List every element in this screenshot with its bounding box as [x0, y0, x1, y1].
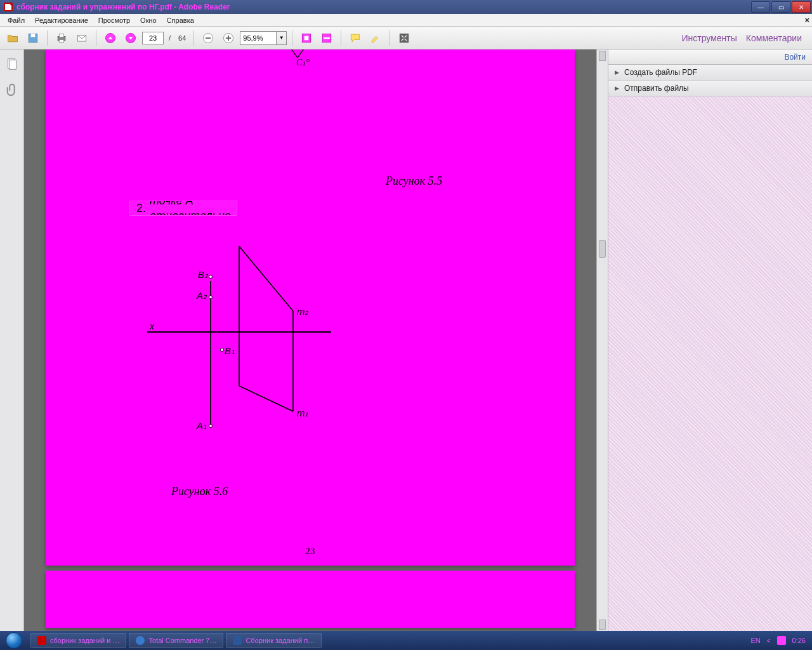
- figure-5-6-caption: Рисунок 5.6: [171, 485, 228, 498]
- fit-page-icon[interactable]: [298, 29, 315, 47]
- tray-chevron-icon[interactable]: <: [767, 637, 771, 644]
- comment-icon[interactable]: [346, 29, 364, 47]
- tray-lang[interactable]: EN: [750, 637, 760, 644]
- svg-text:x: x: [149, 321, 155, 331]
- svg-text:m₂: m₂: [297, 306, 309, 317]
- right-pane: Войти ▶ Создать файлы PDF ▶ Отправить фа…: [608, 50, 812, 631]
- window-title: сборник заданий и упражнений по НГ.pdf -…: [16, 3, 230, 11]
- windows-orb-icon: [6, 632, 22, 649]
- comments-link[interactable]: Комментарии: [746, 33, 802, 43]
- svg-rect-3: [60, 34, 64, 37]
- document-area[interactable]: C₁° Рисунок 5.5 2. Построить точку K, си…: [24, 50, 596, 631]
- totalcmd-icon: [136, 636, 145, 645]
- svg-text:m₁: m₁: [297, 408, 309, 418]
- toolbar: / 64 ▼ Инструменты Комментарии: [0, 27, 812, 50]
- email-icon[interactable]: [73, 29, 91, 47]
- svg-point-25: [209, 275, 213, 279]
- svg-rect-9: [206, 37, 211, 39]
- app-icon: [4, 3, 13, 11]
- save-icon[interactable]: [24, 29, 42, 47]
- zoom-in-icon[interactable]: [219, 29, 237, 47]
- attachments-icon[interactable]: [5, 83, 19, 96]
- menu-edit[interactable]: Редактирование: [30, 15, 93, 25]
- taskbar-item-pdf[interactable]: сборник заданий и …: [30, 633, 126, 648]
- svg-point-26: [209, 296, 213, 299]
- svg-line-24: [239, 386, 293, 411]
- task-text: 2. Построить точку K, симметричную точке…: [129, 201, 237, 216]
- pages-panel-icon[interactable]: [5, 57, 19, 71]
- taskbar-item-tc[interactable]: Total Commander 7…: [129, 633, 223, 648]
- svg-rect-16: [400, 34, 409, 42]
- svg-text:A₁: A₁: [196, 420, 207, 431]
- login-link[interactable]: Войти: [784, 53, 806, 62]
- page-down-icon[interactable]: [122, 29, 140, 47]
- taskbar-item-label: сборник заданий и …: [50, 637, 119, 644]
- pdf-next-page-top: [46, 571, 575, 628]
- svg-text:B₁: B₁: [225, 345, 235, 356]
- taskbar: сборник заданий и … Total Commander 7… С…: [0, 631, 812, 650]
- acc-create-pdf-label: Создать файлы PDF: [624, 68, 697, 77]
- svg-text:A₂: A₂: [196, 290, 207, 301]
- tray-clock[interactable]: 0:26: [792, 637, 806, 644]
- vertical-scrollbar[interactable]: [596, 50, 608, 631]
- acc-send-files-label: Отправить файлы: [624, 84, 689, 93]
- titlebar: сборник заданий и упражнений по НГ.pdf -…: [0, 0, 812, 14]
- pdf-page: C₁° Рисунок 5.5 2. Построить точку K, си…: [46, 50, 575, 566]
- maximize-button[interactable]: ▭: [771, 1, 790, 13]
- figure-5-5-caption: Рисунок 5.5: [386, 175, 442, 188]
- fit-width-icon[interactable]: [318, 29, 336, 47]
- svg-rect-4: [60, 39, 64, 42]
- highlight-icon[interactable]: [367, 29, 384, 47]
- menu-view[interactable]: Просмотр: [93, 15, 135, 25]
- task-num: 2.: [136, 201, 146, 216]
- page-total: 64: [178, 34, 186, 42]
- taskbar-item-word[interactable]: Сборник заданий п…: [226, 633, 322, 648]
- system-tray: EN < 0:26: [744, 636, 812, 645]
- svg-rect-1: [31, 34, 36, 37]
- right-pane-header: Войти: [608, 50, 812, 65]
- page-up-icon[interactable]: [102, 29, 119, 47]
- acc-send-files[interactable]: ▶ Отправить файлы: [608, 81, 812, 96]
- menu-file[interactable]: Файл: [3, 15, 30, 25]
- label-c1: C₁°: [296, 57, 310, 68]
- word-icon: [233, 636, 242, 645]
- taskbar-item-label: Сборник заданий п…: [246, 637, 315, 644]
- menu-window[interactable]: Окно: [135, 15, 162, 25]
- acc-create-pdf[interactable]: ▶ Создать файлы PDF: [608, 65, 812, 81]
- tools-link[interactable]: Инструменты: [682, 33, 737, 43]
- scroll-thumb[interactable]: [599, 240, 606, 258]
- chevron-down-icon[interactable]: ▼: [276, 32, 286, 44]
- figure-sketch: B₂ A₂ B₁ A₁ m₂ m₁ x: [141, 234, 344, 488]
- open-icon[interactable]: [4, 29, 22, 47]
- svg-rect-14: [304, 36, 309, 40]
- page-sep: /: [169, 34, 171, 42]
- triangle-right-icon: ▶: [615, 85, 619, 91]
- menubar: Файл Редактирование Просмотр Окно Справк…: [0, 14, 812, 27]
- svg-point-27: [221, 348, 224, 352]
- menu-close-doc[interactable]: ×: [804, 15, 809, 25]
- window-controls: — ▭ ✕: [751, 1, 811, 13]
- fullscreen-icon[interactable]: [395, 29, 413, 47]
- svg-point-28: [209, 425, 213, 428]
- pdf-icon: [37, 636, 46, 645]
- taskbar-item-label: Total Commander 7…: [148, 637, 216, 644]
- page-footer-number: 23: [306, 546, 315, 557]
- svg-rect-12: [228, 35, 229, 40]
- tray-app-icon[interactable]: [777, 636, 786, 645]
- start-button[interactable]: [0, 631, 28, 650]
- task-body: Построить точку K, симметричную точке A …: [150, 201, 232, 216]
- zoom-out-icon[interactable]: [199, 29, 217, 47]
- svg-line-22: [239, 246, 293, 311]
- minimize-button[interactable]: —: [751, 1, 770, 13]
- close-button[interactable]: ✕: [792, 1, 811, 13]
- svg-rect-18: [9, 60, 16, 70]
- zoom-input[interactable]: [240, 32, 276, 44]
- svg-text:B₂: B₂: [198, 269, 209, 280]
- zoom-combo[interactable]: ▼: [240, 31, 287, 45]
- print-icon[interactable]: [53, 29, 70, 47]
- menu-help[interactable]: Справка: [162, 15, 199, 25]
- triangle-right-icon: ▶: [615, 69, 619, 76]
- page-number-input[interactable]: [142, 32, 164, 44]
- left-rail: [0, 50, 24, 631]
